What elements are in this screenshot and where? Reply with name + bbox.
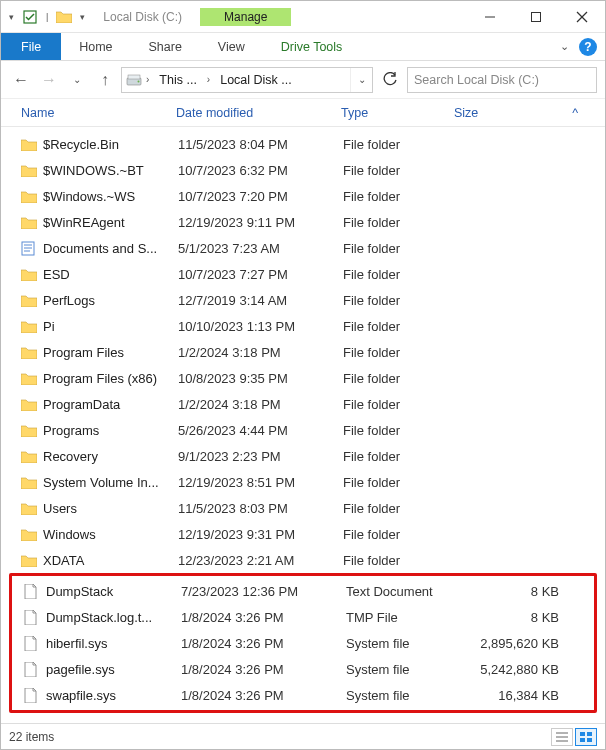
list-item[interactable]: Users11/5/2023 8:03 PMFile folder: [9, 495, 597, 521]
tab-view[interactable]: View: [200, 33, 263, 60]
list-item[interactable]: ESD10/7/2023 7:27 PMFile folder: [9, 261, 597, 287]
item-date: 1/8/2024 3:26 PM: [181, 688, 346, 703]
minimize-button[interactable]: [467, 1, 513, 32]
tab-home[interactable]: Home: [61, 33, 130, 60]
item-size: 2,895,620 KB: [459, 636, 559, 651]
item-name: $Windows.~WS: [43, 189, 178, 204]
item-name: Windows: [43, 527, 178, 542]
details-view-button[interactable]: [551, 728, 573, 746]
close-button[interactable]: [559, 1, 605, 32]
item-type: File folder: [343, 241, 456, 256]
item-date: 12/19/2023 9:11 PM: [178, 215, 343, 230]
folder-icon[interactable]: [56, 9, 72, 25]
item-type: TMP File: [346, 610, 459, 625]
back-button[interactable]: ←: [9, 68, 33, 92]
forward-button[interactable]: →: [37, 68, 61, 92]
maximize-button[interactable]: [513, 1, 559, 32]
help-icon[interactable]: ?: [579, 38, 597, 56]
chevron-right-icon[interactable]: ›: [142, 74, 153, 85]
file-icon: [24, 636, 46, 651]
list-item[interactable]: DumpStack.log.t...1/8/2024 3:26 PMTMP Fi…: [12, 604, 594, 630]
quick-access-toolbar: ▾ | ▾ Local Disk (C:): [1, 1, 182, 32]
list-item[interactable]: Documents and S...5/1/2023 7:23 AMFile f…: [9, 235, 597, 261]
folder-icon: [21, 502, 43, 515]
properties-icon[interactable]: [22, 9, 38, 25]
contextual-tab-header: Manage: [200, 1, 291, 32]
list-item[interactable]: $WinREAgent12/19/2023 9:11 PMFile folder: [9, 209, 597, 235]
item-date: 11/5/2023 8:03 PM: [178, 501, 343, 516]
item-date: 1/8/2024 3:26 PM: [181, 636, 346, 651]
thumbnails-view-button[interactable]: [575, 728, 597, 746]
column-header-date[interactable]: Date modified: [176, 106, 341, 120]
column-chevron-icon[interactable]: ^: [564, 106, 584, 120]
item-name: Program Files (x86): [43, 371, 178, 386]
item-date: 1/8/2024 3:26 PM: [181, 662, 346, 677]
item-type: File folder: [343, 475, 456, 490]
item-type: File folder: [343, 345, 456, 360]
breadcrumb-segment-1[interactable]: This ...: [153, 73, 203, 87]
item-type: File folder: [343, 449, 456, 464]
item-type: File folder: [343, 189, 456, 204]
item-name: ESD: [43, 267, 178, 282]
file-icon: [24, 688, 46, 703]
tab-drive-tools[interactable]: Drive Tools: [263, 33, 361, 60]
system-menu-icon[interactable]: ▾: [7, 12, 16, 22]
refresh-button[interactable]: [377, 67, 403, 93]
list-item[interactable]: Windows12/19/2023 9:31 PMFile folder: [9, 521, 597, 547]
highlight-annotation: DumpStack7/23/2023 12:36 PMText Document…: [9, 573, 597, 713]
list-item[interactable]: XDATA12/23/2023 2:21 AMFile folder: [9, 547, 597, 573]
file-icon: [24, 662, 46, 677]
list-item[interactable]: Recovery9/1/2023 2:23 PMFile folder: [9, 443, 597, 469]
item-name: XDATA: [43, 553, 178, 568]
navigation-bar: ← → ⌄ ↑ › This ... › Local Disk ... ⌄: [1, 61, 605, 99]
item-name: Documents and S...: [43, 241, 178, 256]
list-item[interactable]: hiberfil.sys1/8/2024 3:26 PMSystem file2…: [12, 630, 594, 656]
list-item[interactable]: $Windows.~WS10/7/2023 7:20 PMFile folder: [9, 183, 597, 209]
item-type: System file: [346, 662, 459, 677]
file-icon: [24, 610, 46, 625]
list-item[interactable]: $Recycle.Bin11/5/2023 8:04 PMFile folder: [9, 131, 597, 157]
chevron-right-icon[interactable]: ›: [203, 74, 214, 85]
list-item[interactable]: Program Files (x86)10/8/2023 9:35 PMFile…: [9, 365, 597, 391]
breadcrumb-segment-2[interactable]: Local Disk ...: [214, 73, 298, 87]
list-item[interactable]: System Volume In...12/19/2023 8:51 PMFil…: [9, 469, 597, 495]
column-header-name[interactable]: Name: [21, 106, 176, 120]
tab-share[interactable]: Share: [131, 33, 200, 60]
list-item[interactable]: $WINDOWS.~BT10/7/2023 6:32 PMFile folder: [9, 157, 597, 183]
search-box[interactable]: [407, 67, 597, 93]
window-controls: [467, 1, 605, 32]
column-header-type[interactable]: Type: [341, 106, 454, 120]
search-input[interactable]: [408, 73, 596, 87]
list-item[interactable]: ProgramData1/2/2024 3:18 PMFile folder: [9, 391, 597, 417]
address-bar[interactable]: › This ... › Local Disk ... ⌄: [121, 67, 373, 93]
folder-icon: [21, 424, 43, 437]
file-icon: [24, 584, 46, 599]
item-name: swapfile.sys: [46, 688, 181, 703]
folder-icon: [21, 554, 43, 567]
qat-customize-icon[interactable]: ▾: [78, 12, 87, 22]
column-header-size[interactable]: Size: [454, 106, 564, 120]
folder-icon: [21, 398, 43, 411]
item-size: 8 KB: [459, 610, 559, 625]
svg-rect-15: [580, 732, 585, 736]
qat-split-icon[interactable]: |: [44, 12, 50, 22]
folder-icon: [21, 268, 43, 281]
item-type: File folder: [343, 319, 456, 334]
item-type: Text Document: [346, 584, 459, 599]
list-item[interactable]: Pi10/10/2023 1:13 PMFile folder: [9, 313, 597, 339]
item-name: Program Files: [43, 345, 178, 360]
list-item[interactable]: Program Files1/2/2024 3:18 PMFile folder: [9, 339, 597, 365]
up-button[interactable]: ↑: [93, 68, 117, 92]
list-item[interactable]: swapfile.sys1/8/2024 3:26 PMSystem file1…: [12, 682, 594, 708]
item-date: 10/7/2023 7:20 PM: [178, 189, 343, 204]
recent-locations-button[interactable]: ⌄: [65, 68, 89, 92]
address-dropdown-icon[interactable]: ⌄: [350, 68, 372, 92]
tab-file[interactable]: File: [1, 33, 61, 60]
list-item[interactable]: DumpStack7/23/2023 12:36 PMText Document…: [12, 578, 594, 604]
list-item[interactable]: PerfLogs12/7/2019 3:14 AMFile folder: [9, 287, 597, 313]
list-item[interactable]: pagefile.sys1/8/2024 3:26 PMSystem file5…: [12, 656, 594, 682]
list-item[interactable]: Programs5/26/2023 4:44 PMFile folder: [9, 417, 597, 443]
item-date: 12/19/2023 9:31 PM: [178, 527, 343, 542]
expand-ribbon-icon[interactable]: ⌄: [560, 40, 569, 53]
item-name: $Recycle.Bin: [43, 137, 178, 152]
